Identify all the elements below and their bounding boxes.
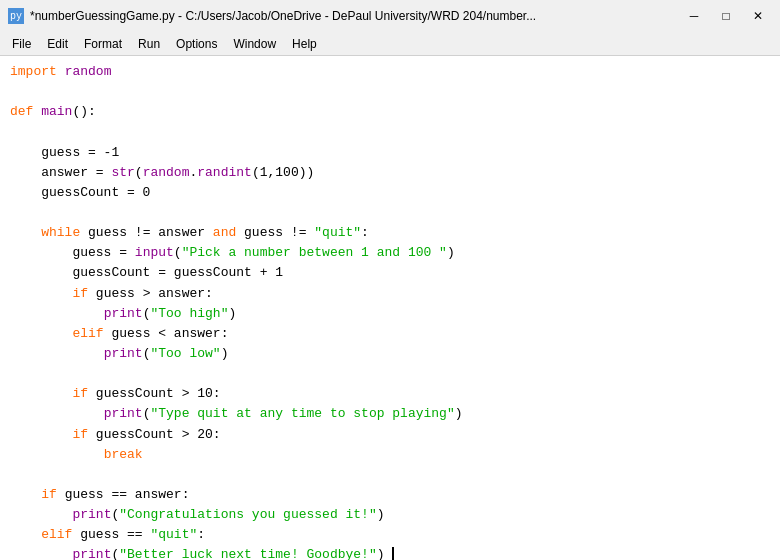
code-line: def main(): (10, 102, 770, 122)
code-line (10, 203, 770, 223)
close-button[interactable]: ✕ (744, 6, 772, 26)
menu-run[interactable]: Run (130, 35, 168, 53)
menu-window[interactable]: Window (225, 35, 284, 53)
code-line: guessCount = 0 (10, 183, 770, 203)
code-line: import random (10, 62, 770, 82)
code-line: guessCount = guessCount + 1 (10, 263, 770, 283)
maximize-button[interactable]: □ (712, 6, 740, 26)
code-line: print("Too high") (10, 304, 770, 324)
menu-file[interactable]: File (4, 35, 39, 53)
code-line: if guess == answer: (10, 485, 770, 505)
title-bar: py *numberGuessingGame.py - C:/Users/Jac… (0, 0, 780, 32)
code-line: while guess != answer and guess != "quit… (10, 223, 770, 243)
app-icon-text: py (10, 11, 22, 22)
code-line (10, 364, 770, 384)
menu-help[interactable]: Help (284, 35, 325, 53)
app-icon: py (8, 8, 24, 24)
code-line (10, 122, 770, 142)
menu-format[interactable]: Format (76, 35, 130, 53)
code-line: guess = -1 (10, 143, 770, 163)
code-line: guess = input("Pick a number between 1 a… (10, 243, 770, 263)
code-line: print("Better luck next time! Goodbye!") (10, 545, 770, 560)
window-title: *numberGuessingGame.py - C:/Users/Jacob/… (30, 9, 536, 23)
code-line: print("Type quit at any time to stop pla… (10, 404, 770, 424)
code-line: print("Congratulations you guessed it!") (10, 505, 770, 525)
code-line: if guessCount > 20: (10, 425, 770, 445)
code-line: if guessCount > 10: (10, 384, 770, 404)
menu-edit[interactable]: Edit (39, 35, 76, 53)
code-line: break (10, 445, 770, 465)
code-line: elif guess < answer: (10, 324, 770, 344)
code-line (10, 465, 770, 485)
code-line: elif guess == "quit": (10, 525, 770, 545)
code-line: if guess > answer: (10, 284, 770, 304)
minimize-button[interactable]: ─ (680, 6, 708, 26)
menu-bar: File Edit Format Run Options Window Help (0, 32, 780, 56)
code-line (10, 82, 770, 102)
window-controls: ─ □ ✕ (680, 6, 772, 26)
code-line: answer = str(random.randint(1,100)) (10, 163, 770, 183)
code-line: print("Too low") (10, 344, 770, 364)
code-editor[interactable]: import random def main(): guess = -1 ans… (0, 56, 780, 560)
menu-options[interactable]: Options (168, 35, 225, 53)
title-bar-left: py *numberGuessingGame.py - C:/Users/Jac… (8, 8, 536, 24)
